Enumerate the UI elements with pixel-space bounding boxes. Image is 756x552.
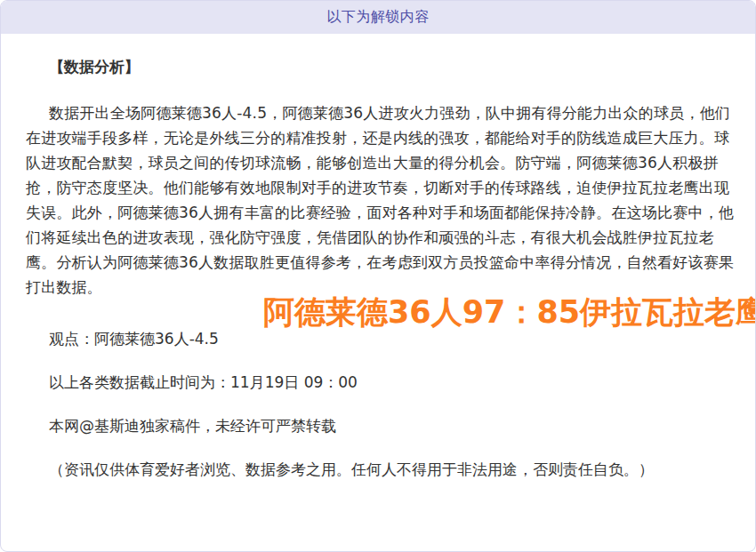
data-cutoff-line: 以上各类数据截止时间为：11月19日 09：00: [26, 370, 737, 395]
score-watermark: 阿德莱德36人97：85伊拉瓦拉老鹰: [263, 291, 756, 334]
section-title: 【数据分析】: [26, 56, 737, 77]
disclaimer-line: （资讯仅供体育爱好者浏览、数据参考之用。任何人不得用于非法用途，否则责任自负。）: [26, 457, 737, 482]
unlock-banner-text: 以下为解锁内容: [326, 8, 430, 27]
unlock-banner: 以下为解锁内容: [1, 1, 755, 34]
unlocked-content-card: 以下为解锁内容 【数据分析】 数据开出全场阿德莱德36人-4.5，阿德莱德36人…: [0, 0, 756, 552]
article-content: 【数据分析】 数据开出全场阿德莱德36人-4.5，阿德莱德36人进攻火力强劲，队…: [1, 34, 755, 482]
copyright-line: 本网@基斯迪独家稿件，未经许可严禁转载: [26, 413, 737, 438]
analysis-paragraph: 数据开出全场阿德莱德36人-4.5，阿德莱德36人进攻火力强劲，队中拥有得分能力…: [26, 100, 737, 300]
